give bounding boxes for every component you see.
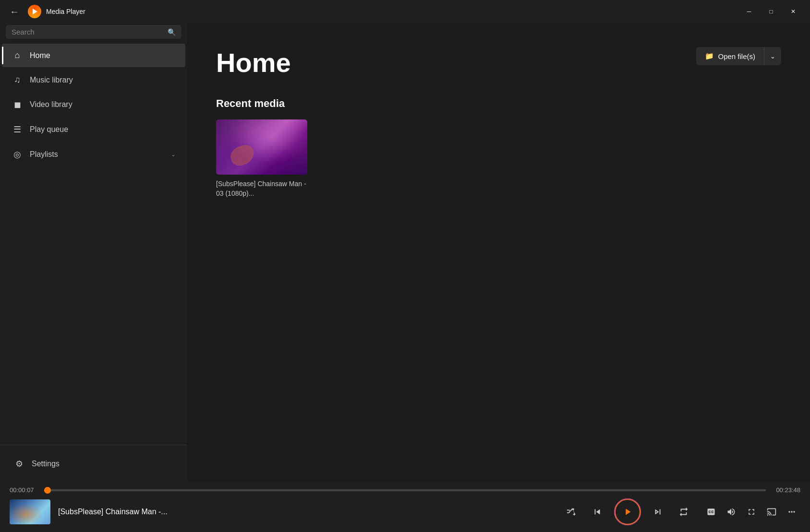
progress-bar-container: 00:00:07 00:23:48 bbox=[0, 483, 810, 494]
player-info: [SubsPlease] Chainsaw Man -... bbox=[58, 508, 562, 516]
maximize-button[interactable]: □ bbox=[760, 4, 782, 19]
title-bar: ← Media Player ─ □ ✕ bbox=[0, 0, 810, 23]
player-right-controls bbox=[702, 503, 800, 520]
sidebar-item-play-queue[interactable]: ☰ Play queue bbox=[2, 118, 185, 142]
captions-icon bbox=[706, 507, 716, 517]
sidebar-item-settings[interactable]: ⚙ Settings bbox=[4, 452, 183, 476]
chevron-down-icon: ⌄ bbox=[171, 151, 176, 158]
settings-icon: ⚙ bbox=[13, 459, 25, 469]
previous-icon bbox=[592, 507, 603, 517]
volume-icon bbox=[726, 507, 736, 517]
next-icon bbox=[653, 507, 663, 517]
repeat-icon bbox=[678, 507, 689, 517]
open-file-label: Open file(s) bbox=[718, 52, 755, 60]
search-icon: 🔍 bbox=[168, 28, 176, 36]
search-input[interactable] bbox=[12, 28, 164, 36]
media-thumb-image bbox=[216, 119, 307, 175]
music-icon: ♫ bbox=[12, 75, 23, 85]
title-bar-left: ← Media Player bbox=[6, 4, 738, 19]
media-card[interactable]: [SubsPlease] Chainsaw Man - 03 (1080p)..… bbox=[216, 119, 307, 198]
player-track-title: [SubsPlease] Chainsaw Man -... bbox=[58, 508, 562, 516]
recent-media-title: Recent media bbox=[216, 97, 781, 110]
current-time: 00:00:07 bbox=[10, 486, 38, 494]
video-icon: ◼ bbox=[12, 99, 23, 110]
media-card-title: [SubsPlease] Chainsaw Man - 03 (1080p)..… bbox=[216, 179, 307, 198]
more-icon bbox=[787, 507, 797, 517]
cast-icon bbox=[767, 507, 776, 517]
home-icon: ⌂ bbox=[12, 50, 23, 60]
sidebar-item-playlists[interactable]: ◎ Playlists ⌄ bbox=[2, 142, 185, 166]
close-button[interactable]: ✕ bbox=[782, 4, 804, 19]
play-pause-button[interactable] bbox=[614, 498, 641, 525]
back-button[interactable]: ← bbox=[6, 4, 23, 19]
media-thumbnail bbox=[216, 119, 307, 175]
open-file-dropdown[interactable]: ⌄ bbox=[764, 48, 781, 65]
player-thumbnail bbox=[10, 499, 50, 524]
playlist-icon: ◎ bbox=[12, 149, 23, 160]
search-box[interactable]: 🔍 bbox=[6, 25, 181, 39]
play-icon bbox=[622, 507, 633, 517]
more-button[interactable] bbox=[783, 503, 800, 520]
previous-button[interactable] bbox=[588, 503, 606, 521]
sidebar-item-video-label: Video library bbox=[30, 100, 176, 109]
window-controls: ─ □ ✕ bbox=[738, 4, 804, 19]
sidebar-nav: ⌂ Home ♫ Music library ◼ Video library ☰… bbox=[0, 43, 187, 445]
page-title: Home bbox=[216, 47, 291, 78]
progress-thumb[interactable] bbox=[44, 487, 51, 494]
cast-button[interactable] bbox=[763, 503, 780, 520]
player-center-controls bbox=[562, 498, 693, 525]
sidebar-item-music-label: Music library bbox=[30, 76, 176, 84]
queue-icon: ☰ bbox=[12, 124, 23, 135]
open-file-main: 📁 Open file(s) bbox=[696, 47, 764, 65]
folder-icon: 📁 bbox=[705, 52, 714, 60]
sidebar-item-music-library[interactable]: ♫ Music library bbox=[2, 68, 185, 92]
media-grid: [SubsPlease] Chainsaw Man - 03 (1080p)..… bbox=[216, 119, 781, 198]
app-title: Media Player bbox=[46, 8, 85, 15]
sidebar-item-home[interactable]: ⌂ Home bbox=[2, 44, 185, 67]
player-controls: [SubsPlease] Chainsaw Man -... bbox=[0, 494, 810, 532]
fullscreen-button[interactable] bbox=[743, 503, 760, 520]
sidebar-settings-label: Settings bbox=[32, 460, 174, 468]
player-bar: 00:00:07 00:23:48 [SubsPlease] Chainsaw … bbox=[0, 483, 810, 532]
shuffle-button[interactable] bbox=[562, 503, 580, 521]
sidebar-item-video-library[interactable]: ◼ Video library bbox=[2, 93, 185, 117]
sidebar-bottom: ⚙ Settings bbox=[0, 445, 187, 483]
volume-button[interactable] bbox=[723, 503, 740, 520]
shuffle-icon bbox=[566, 507, 577, 517]
captions-button[interactable] bbox=[702, 503, 720, 520]
total-time: 00:23:48 bbox=[772, 486, 800, 494]
main-content: 🔍 ⌂ Home ♫ Music library ◼ Video library… bbox=[0, 23, 810, 483]
minimize-button[interactable]: ─ bbox=[738, 4, 760, 19]
play-icon bbox=[31, 8, 38, 15]
repeat-button[interactable] bbox=[675, 503, 693, 521]
sidebar: 🔍 ⌂ Home ♫ Music library ◼ Video library… bbox=[0, 23, 187, 483]
content-area: Home 📁 Open file(s) ⌄ Recent media [Subs… bbox=[187, 23, 810, 483]
content-header: Home 📁 Open file(s) ⌄ bbox=[216, 47, 781, 78]
sidebar-item-queue-label: Play queue bbox=[30, 125, 176, 134]
svg-marker-0 bbox=[33, 9, 37, 14]
progress-track[interactable] bbox=[44, 489, 766, 491]
open-files-button[interactable]: 📁 Open file(s) ⌄ bbox=[696, 47, 781, 65]
fullscreen-icon bbox=[747, 507, 756, 517]
next-button[interactable] bbox=[649, 503, 667, 521]
sidebar-item-home-label: Home bbox=[30, 51, 176, 60]
sidebar-item-playlists-label: Playlists bbox=[30, 150, 164, 159]
app-icon bbox=[28, 5, 41, 18]
